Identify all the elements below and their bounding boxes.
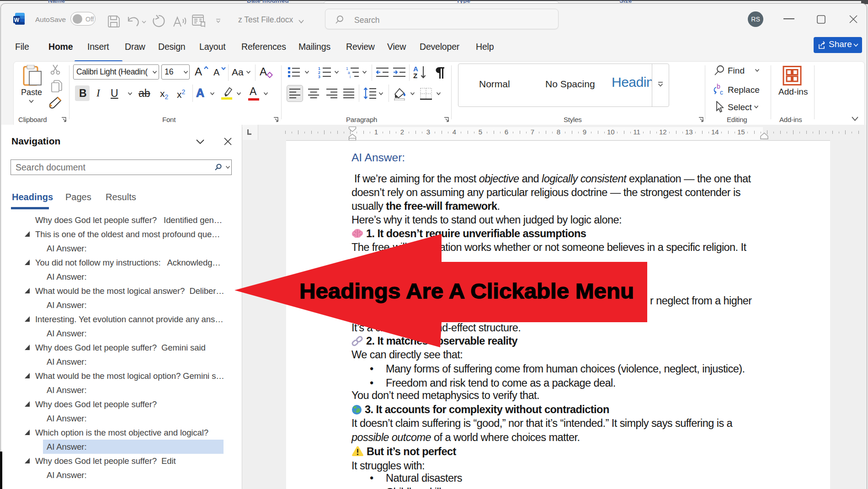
svg-text:Headings Are A Clickable Menu: Headings Are A Clickable Menu [299,279,634,303]
svg-text:3: 3 [318,74,320,79]
svg-text:c: c [720,89,723,96]
svg-text:W: W [14,17,20,23]
svg-text:i: i [350,74,351,79]
